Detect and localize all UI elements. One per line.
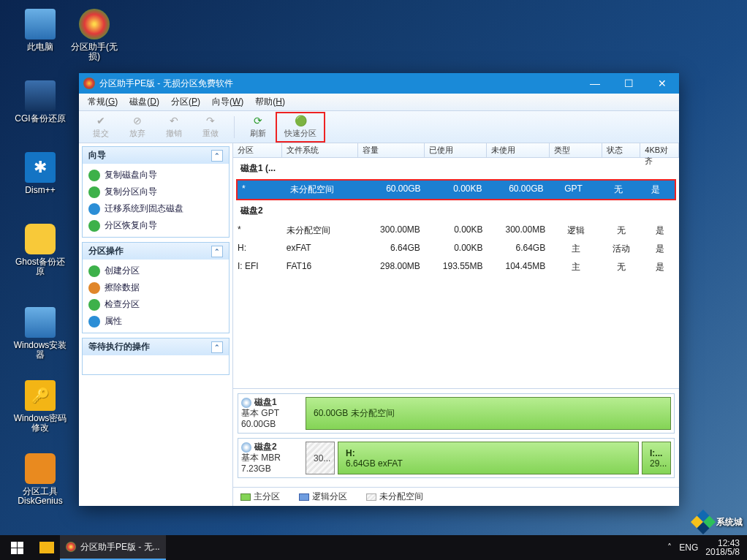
op-properties[interactable]: 属性: [84, 313, 227, 330]
redo-icon: ↷: [206, 115, 215, 126]
toolbar-refresh[interactable]: ⟳刷新: [240, 113, 276, 141]
desktop-icon-diskgenius[interactable]: 分区工具DiskGenius: [13, 453, 67, 506]
disk1-label[interactable]: 磁盘1 (...: [233, 158, 679, 179]
wizard-migrate-ssd[interactable]: 迁移系统到固态磁盘: [84, 200, 227, 217]
toolbar-undo[interactable]: ↶撤销: [156, 113, 192, 141]
disk-icon: [241, 398, 251, 408]
toolbar-discard[interactable]: ⊘放弃: [120, 113, 155, 141]
legend: 主分区 逻辑分区 未分配空间: [233, 487, 679, 506]
col-capacity[interactable]: 容量: [358, 143, 424, 157]
col-free[interactable]: 未使用: [487, 143, 550, 157]
map-bar-partition-i[interactable]: I:... 29...: [642, 442, 671, 474]
wizard-copy-partition[interactable]: 复制分区向导: [84, 183, 227, 200]
desktop-icon-winpass[interactable]: 🔑 Windows密码修改: [13, 380, 67, 433]
panel-title: 向导: [88, 149, 106, 162]
desktop-icon-partition-assistant[interactable]: 分区助手(无损): [67, 9, 121, 61]
map-bar-partition-h[interactable]: H: 6.64GB exFAT: [338, 442, 639, 474]
desktop-icon-wininstall[interactable]: Windows安装器: [13, 307, 67, 360]
desktop-icon-label: 分区工具DiskGenius: [13, 487, 67, 506]
menu-help[interactable]: 帮助(H): [249, 94, 291, 110]
wizard-label: 迁移系统到固态磁盘: [105, 203, 183, 215]
app-icon: [66, 542, 76, 552]
col-type[interactable]: 类型: [550, 143, 602, 157]
desktop-icon-cgi-backup[interactable]: CGI备份还原: [13, 80, 67, 124]
op-icon: [88, 282, 100, 294]
window-title: 分区助手PE版 - 无损分区免费软件: [99, 77, 578, 90]
table-row[interactable]: I: EFI FAT16 298.00MB 193.55MB 104.45MB …: [233, 258, 679, 276]
start-button[interactable]: [0, 535, 34, 560]
menu-disk[interactable]: 磁盘(D): [124, 94, 165, 110]
disk1-map[interactable]: 磁盘1 基本 GPT 60.00GB 60.00GB 未分配空间: [238, 393, 675, 434]
wizard-icon: [88, 203, 100, 215]
collapse-icon[interactable]: ⌃: [211, 246, 223, 257]
wizard-recovery[interactable]: 分区恢复向导: [84, 217, 227, 234]
titlebar[interactable]: 分区助手PE版 - 无损分区免费软件 ― ☐ ✕: [79, 73, 679, 94]
op-icon: [88, 265, 100, 277]
tray-date: 2018/5/8: [705, 548, 740, 556]
tray-clock[interactable]: 12:43 2018/5/8: [705, 539, 740, 556]
tray-lang[interactable]: ENG: [679, 542, 698, 553]
minimize-button[interactable]: ―: [578, 73, 612, 94]
menu-general[interactable]: 常规(G): [82, 94, 124, 110]
panel-title: 分区操作: [88, 245, 124, 257]
map-bar-unallocated[interactable]: 30...: [306, 442, 335, 474]
tray-up-icon[interactable]: ˄: [667, 542, 672, 553]
disk-name: 磁盘2: [254, 442, 277, 453]
disk2-label[interactable]: 磁盘2: [233, 200, 679, 222]
op-icon: [88, 316, 100, 328]
table-row-selected[interactable]: * 未分配空间 60.00GB 0.00KB 60.00GB GPT 无 是: [238, 181, 675, 199]
map-bar-label: 6.64GB exFAT: [346, 458, 631, 469]
quick-partition-icon: 🟢: [295, 115, 307, 126]
col-status[interactable]: 状态: [602, 143, 641, 157]
disk-icon: [241, 442, 251, 453]
table-row[interactable]: H: exFAT 6.64GB 0.00KB 6.64GB 主 活动 是: [233, 240, 679, 258]
wizard-copy-disk[interactable]: 复制磁盘向导: [84, 167, 227, 183]
op-check[interactable]: 检查分区: [84, 296, 227, 313]
collapse-icon[interactable]: ⌃: [211, 150, 223, 162]
desktop-icon-label: Windows密码修改: [13, 414, 67, 433]
collapse-icon[interactable]: ⌃: [211, 341, 223, 353]
system-tray: ˄ ENG 12:43 2018/5/8: [660, 539, 747, 556]
taskbar: 分区助手PE版 - 无... ˄ ENG 12:43 2018/5/8: [0, 535, 747, 560]
op-label: 创建分区: [105, 265, 140, 277]
toolbar-commit[interactable]: ✔提交: [83, 113, 118, 141]
op-label: 擦除数据: [105, 281, 140, 294]
wizard-label: 复制分区向导: [105, 186, 157, 198]
app-icon: [83, 77, 95, 89]
op-label: 属性: [105, 315, 122, 328]
windows-logo-icon: [11, 542, 23, 554]
panel-ops: 分区操作⌃ 创建分区 擦除数据 检查分区 属性: [82, 242, 230, 333]
table-row[interactable]: * 未分配空间 300.00MB 0.00KB 300.00MB 逻辑 无 是: [233, 222, 679, 240]
wizard-icon: [88, 220, 100, 232]
toolbar: ✔提交 ⊘放弃 ↶撤销 ↷重做 ⟳刷新 🟢快速分区: [79, 111, 679, 143]
col-filesystem[interactable]: 文件系统: [282, 143, 359, 157]
col-4k-align[interactable]: 4KB对齐: [640, 143, 679, 157]
sidebar: 向导⌃ 复制磁盘向导 复制分区向导 迁移系统到固态磁盘 分区恢复向导 分区操作⌃…: [79, 143, 233, 506]
swatch-primary: [240, 493, 251, 501]
op-label: 检查分区: [105, 298, 140, 311]
toolbar-quick-partition[interactable]: 🟢快速分区: [278, 113, 322, 141]
col-used[interactable]: 已使用: [425, 143, 488, 157]
wizard-icon: [88, 186, 100, 198]
legend-label: 主分区: [254, 491, 280, 502]
menu-wizard[interactable]: 向导(W): [206, 94, 249, 110]
desktop-icon-dism[interactable]: ✱ Dism++: [13, 152, 67, 195]
col-partition[interactable]: 分区: [233, 143, 282, 157]
desktop-icon-ghost[interactable]: Ghost备份还原: [13, 224, 67, 276]
op-create-partition[interactable]: 创建分区: [84, 262, 227, 279]
disk2-map[interactable]: 磁盘2 基本 MBR 7.23GB 30... H: 6.64GB exFAT: [238, 438, 675, 478]
menu-partition[interactable]: 分区(P): [165, 94, 206, 110]
map-bar-label: 60.00GB 未分配空间: [314, 407, 663, 420]
maximize-button[interactable]: ☐: [612, 73, 645, 94]
desktop-icon-this-pc[interactable]: 此电脑: [13, 9, 67, 52]
desktop-icon-label: CGI备份还原: [13, 114, 67, 124]
taskbar-explorer[interactable]: [34, 535, 60, 560]
wizard-label: 复制磁盘向导: [105, 169, 157, 181]
toolbar-redo[interactable]: ↷重做: [193, 113, 228, 141]
op-wipe[interactable]: 擦除数据: [84, 279, 227, 296]
map-bar-unallocated[interactable]: 60.00GB 未分配空间: [306, 397, 671, 430]
disk-scheme: 基本 MBR: [241, 453, 300, 463]
partition-list: 磁盘1 (... * 未分配空间 60.00GB 0.00KB 60.00GB …: [233, 158, 679, 388]
close-button[interactable]: ✕: [645, 73, 679, 94]
taskbar-app-button[interactable]: 分区助手PE版 - 无...: [60, 535, 166, 560]
